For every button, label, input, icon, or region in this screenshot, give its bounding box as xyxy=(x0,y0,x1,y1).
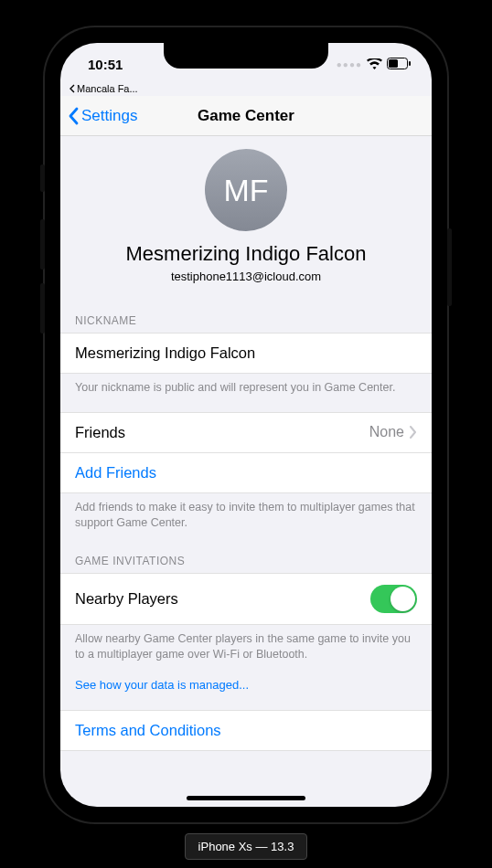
add-friends-label: Add Friends xyxy=(75,464,156,482)
nickname-header: NICKNAME xyxy=(60,300,432,333)
volume-up xyxy=(40,219,45,270)
volume-down xyxy=(40,283,45,333)
nearby-players-cell: Nearby Players xyxy=(60,573,432,625)
back-button[interactable]: Settings xyxy=(68,107,137,125)
breadcrumb[interactable]: Mancala Fa... xyxy=(60,83,432,96)
nickname-footer: Your nickname is public and will represe… xyxy=(60,374,432,405)
svg-rect-1 xyxy=(389,59,398,68)
svg-rect-2 xyxy=(409,61,411,66)
nickname-cell[interactable]: Mesmerizing Indigo Falcon xyxy=(60,333,432,374)
content: MF Mesmerizing Indigo Falcon testiphone1… xyxy=(60,136,432,807)
silent-switch xyxy=(40,164,45,192)
invitations-footer: Allow nearby Game Center players in the … xyxy=(60,625,432,672)
terms-label: Terms and Conditions xyxy=(75,722,221,739)
data-managed-link[interactable]: See how your data is managed... xyxy=(60,671,432,697)
friends-cell[interactable]: Friends None xyxy=(60,412,432,453)
profile-name: Mesmerizing Indigo Falcon xyxy=(75,242,417,266)
chevron-left-icon xyxy=(68,107,79,125)
chevron-right-icon xyxy=(410,426,417,439)
avatar[interactable]: MF xyxy=(205,149,287,231)
breadcrumb-back-icon xyxy=(68,84,77,93)
nickname-value: Mesmerizing Indigo Falcon xyxy=(75,344,255,362)
carrier-dots-icon: ●●●● xyxy=(337,59,362,69)
nav-bar: Settings Game Center xyxy=(60,96,432,136)
home-indicator[interactable] xyxy=(187,796,305,800)
nearby-players-label: Nearby Players xyxy=(75,590,178,608)
status-time: 10:51 xyxy=(88,57,123,72)
avatar-initials: MF xyxy=(223,173,268,208)
power-button xyxy=(447,228,452,306)
back-label: Settings xyxy=(81,107,137,125)
add-friends-cell[interactable]: Add Friends xyxy=(60,453,432,493)
screen: 10:51 ●●●● Mancala Fa... Settings Game C… xyxy=(60,43,432,807)
breadcrumb-label: Mancala Fa... xyxy=(77,83,138,94)
terms-cell[interactable]: Terms and Conditions xyxy=(60,710,432,751)
wifi-icon xyxy=(367,57,382,72)
invitations-header: GAME INVITATIONS xyxy=(60,540,432,573)
nearby-players-toggle[interactable] xyxy=(370,585,417,613)
friends-footer: Add friends to make it easy to invite th… xyxy=(60,493,432,540)
friends-value: None xyxy=(369,424,404,440)
device-label: iPhone Xs — 13.3 xyxy=(185,833,308,860)
profile-section: MF Mesmerizing Indigo Falcon testiphone1… xyxy=(60,136,432,300)
profile-email: testiphone1113@icloud.com xyxy=(75,270,417,283)
battery-icon xyxy=(387,57,412,72)
phone-frame: 10:51 ●●●● Mancala Fa... Settings Game C… xyxy=(45,27,447,822)
friends-label: Friends xyxy=(75,424,125,441)
notch xyxy=(164,43,328,69)
